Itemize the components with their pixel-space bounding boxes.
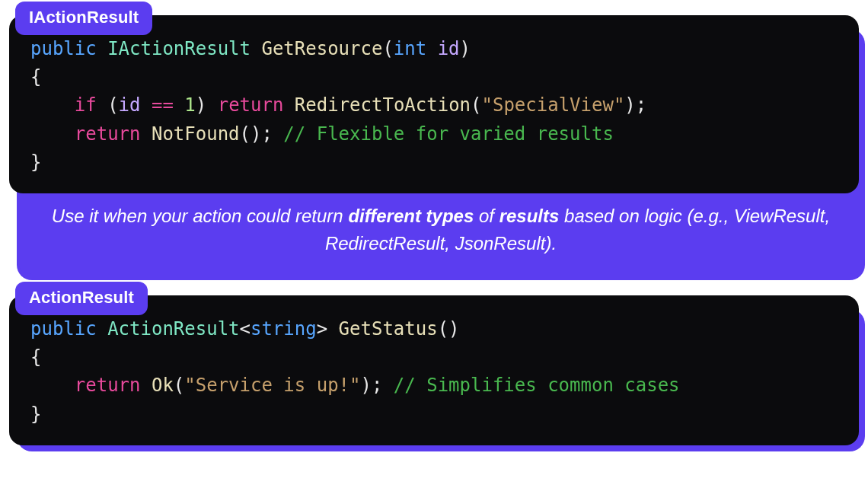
type-name: ActionResult <box>107 318 239 340</box>
keyword-return: return <box>75 375 141 396</box>
caption-text: Use it when your action could return <box>52 206 349 226</box>
keyword-if: if <box>75 94 97 116</box>
comment: // Flexible for varied results <box>283 123 613 145</box>
function-redirect: RedirectToAction <box>295 94 471 116</box>
code-card-actionresult: ActionResult public ActionResult<string>… <box>9 295 859 445</box>
caption-bold: results <box>499 206 560 226</box>
function-name: GetResource <box>261 38 382 59</box>
generic-type: string <box>251 318 317 340</box>
code-card-iactionresult: IActionResult public IActionResult GetRe… <box>9 15 859 274</box>
code-block: public ActionResult<string> GetStatus() … <box>9 295 859 445</box>
keyword-return: return <box>218 94 284 116</box>
brace-close: } <box>30 403 41 425</box>
string-msg: "Service is up!" <box>184 375 360 396</box>
literal-one: 1 <box>184 94 195 116</box>
type-name: IActionResult <box>107 38 251 59</box>
param-name: id <box>438 38 460 59</box>
comment: // Simplifies common cases <box>394 375 680 396</box>
code-block: public IActionResult GetResource(int id)… <box>9 15 859 193</box>
param-type: int <box>394 38 426 59</box>
caption-bold: different types <box>348 206 474 226</box>
identifier-id: id <box>119 94 141 116</box>
brace-close: } <box>30 152 41 173</box>
card-caption: Use it when your action could return dif… <box>17 189 865 274</box>
function-ok: Ok <box>152 375 174 396</box>
brace-open: { <box>30 66 41 88</box>
card-tab: IActionResult <box>15 2 152 35</box>
brace-open: { <box>30 346 41 368</box>
keyword-public: public <box>30 38 97 59</box>
card-tab: ActionResult <box>15 282 148 315</box>
string-specialview: "SpecialView" <box>481 94 624 116</box>
keyword-public: public <box>30 318 97 340</box>
caption-text: of <box>474 206 499 226</box>
operator-eq: == <box>152 94 174 116</box>
function-name: GetStatus <box>339 318 438 340</box>
function-notfound: NotFound <box>152 123 240 145</box>
keyword-return: return <box>75 123 141 145</box>
